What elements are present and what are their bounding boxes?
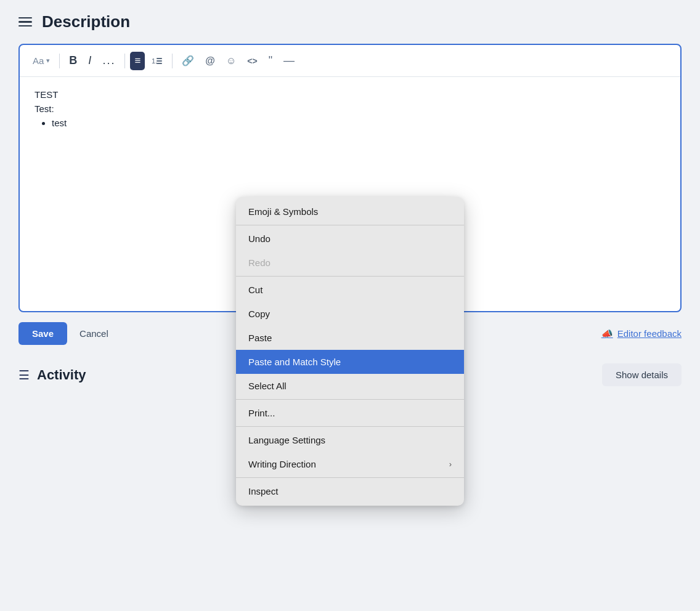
- submenu-chevron-icon: ›: [449, 459, 452, 469]
- save-button[interactable]: Save: [18, 322, 67, 345]
- ordered-list-button[interactable]: 1.: [147, 52, 167, 70]
- link-button[interactable]: 🔗: [177, 52, 198, 70]
- menu-item-label: Cut: [248, 285, 262, 295]
- menu-divider: [236, 225, 464, 225]
- editor-line-1: TEST: [35, 89, 665, 100]
- svg-text:1.: 1.: [152, 57, 157, 65]
- toolbar-separator-3: [172, 54, 173, 68]
- menu-item-label: Copy: [248, 309, 270, 319]
- menu-item-undo[interactable]: Undo: [236, 227, 464, 251]
- bold-button[interactable]: B: [65, 51, 81, 70]
- menu-item-redo: Redo: [236, 251, 464, 275]
- menu-item-writing-direction[interactable]: Writing Direction›: [236, 452, 464, 476]
- italic-button[interactable]: I: [84, 51, 96, 70]
- header: Description: [18, 12, 682, 31]
- dash-button[interactable]: —: [279, 51, 299, 70]
- bullet-list-button[interactable]: ≡: [130, 52, 145, 70]
- menu-item-label: Print...: [248, 408, 275, 418]
- menu-item-label: Select All: [248, 381, 287, 391]
- menu-item-paste-match-style[interactable]: Paste and Match Style: [236, 350, 464, 374]
- toolbar: Aa ▾ B I ... ≡ 1.: [20, 45, 680, 77]
- megaphone-icon: 📣: [601, 328, 613, 339]
- more-button[interactable]: ...: [98, 51, 120, 70]
- ordered-list-icon: 1.: [152, 55, 163, 67]
- menu-item-paste[interactable]: Paste: [236, 326, 464, 350]
- svg-rect-3: [157, 63, 162, 64]
- menu-item-emoji-symbols[interactable]: Emoji & Symbols: [236, 200, 464, 224]
- editor-feedback-link[interactable]: 📣 Editor feedback: [601, 328, 682, 339]
- toolbar-separator-2: [124, 54, 125, 68]
- menu-item-copy[interactable]: Copy: [236, 302, 464, 326]
- menu-item-print[interactable]: Print...: [236, 401, 464, 425]
- menu-item-label: Redo: [248, 257, 271, 268]
- svg-rect-2: [157, 60, 162, 62]
- menu-divider: [236, 276, 464, 277]
- editor-list: test: [35, 118, 665, 128]
- activity-icon: ☰: [18, 368, 30, 382]
- menu-item-select-all[interactable]: Select All: [236, 374, 464, 398]
- activity-title: Activity: [37, 367, 86, 383]
- toolbar-separator-1: [59, 54, 60, 68]
- menu-item-label: Writing Direction: [248, 459, 316, 469]
- context-menu: Emoji & SymbolsUndoRedoCutCopyPastePaste…: [236, 197, 464, 506]
- menu-divider: [236, 477, 464, 478]
- menu-item-label: Emoji & Symbols: [248, 206, 318, 217]
- menu-item-label: Paste: [248, 333, 272, 343]
- font-button[interactable]: Aa ▾: [28, 52, 54, 69]
- page-title: Description: [42, 12, 130, 31]
- mention-button[interactable]: @: [201, 52, 219, 70]
- menu-divider: [236, 399, 464, 400]
- menu-item-language-settings[interactable]: Language Settings: [236, 428, 464, 452]
- menu-item-label: Inspect: [248, 486, 278, 496]
- menu-item-label: Undo: [248, 233, 271, 244]
- menu-item-inspect[interactable]: Inspect: [236, 479, 464, 503]
- hamburger-icon[interactable]: [18, 17, 32, 27]
- menu-item-label: Language Settings: [248, 435, 325, 445]
- menu-item-cut[interactable]: Cut: [236, 278, 464, 302]
- page-container: Description Aa ▾ B I ... ≡ 1.: [0, 0, 700, 399]
- quote-button[interactable]: ": [264, 51, 277, 70]
- menu-item-label: Paste and Match Style: [248, 357, 341, 367]
- editor-list-item: test: [52, 118, 665, 128]
- menu-divider: [236, 426, 464, 427]
- show-details-button[interactable]: Show details: [602, 363, 682, 386]
- svg-rect-1: [157, 58, 162, 59]
- emoji-button[interactable]: ☺: [222, 52, 240, 70]
- code-button[interactable]: <>: [243, 53, 261, 69]
- cancel-button[interactable]: Cancel: [75, 322, 113, 345]
- editor-line-2: Test:: [35, 103, 665, 114]
